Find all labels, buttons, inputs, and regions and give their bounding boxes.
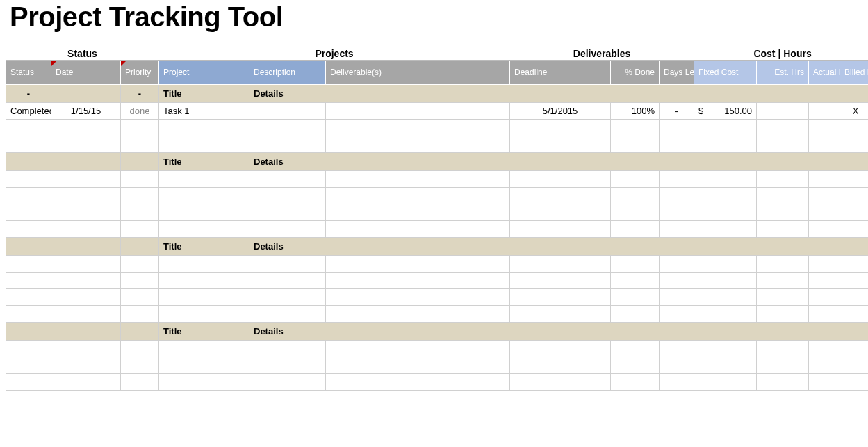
table-row[interactable] xyxy=(6,273,869,289)
table-row[interactable] xyxy=(6,221,869,238)
table-row[interactable] xyxy=(6,374,869,391)
table-row[interactable]: Completed 1/15/15 done Task 1 5/1/2015 1… xyxy=(6,103,869,120)
cell-deadline[interactable]: 5/1/2015 xyxy=(510,103,611,120)
col-pctdone[interactable]: % Done xyxy=(611,61,660,85)
group-projects: Projects xyxy=(159,45,510,61)
table-row[interactable] xyxy=(6,188,869,204)
section-priority: - xyxy=(121,85,159,103)
table-row[interactable] xyxy=(6,204,869,221)
section-description: Details xyxy=(249,153,869,171)
col-actualhrs[interactable]: Actual Hrs xyxy=(809,61,840,85)
currency-symbol: $ xyxy=(698,106,703,116)
cell-deliverables[interactable] xyxy=(326,103,510,120)
cell-status[interactable]: Completed xyxy=(6,103,51,120)
table-row[interactable] xyxy=(6,357,869,374)
group-costhours: Cost | Hours xyxy=(694,45,868,61)
table-row[interactable] xyxy=(6,171,869,188)
cell-billedhrs[interactable]: X xyxy=(840,103,868,120)
cell-description[interactable] xyxy=(249,103,326,120)
section-project: Title xyxy=(159,153,249,171)
cell-priority[interactable]: done xyxy=(121,103,159,120)
cell-actualhrs[interactable] xyxy=(809,103,840,120)
group-deliverables: Deliverables xyxy=(510,45,694,61)
cell-fixedcost[interactable]: $ 150.00 xyxy=(694,103,757,120)
section-project: Title xyxy=(159,85,249,103)
section-description: Details xyxy=(249,323,869,341)
column-header-row: Status Date Priority Project Description… xyxy=(6,61,869,85)
table-row[interactable] xyxy=(6,256,869,273)
section-header: - - Title Details xyxy=(6,85,869,103)
section-project: Title xyxy=(159,238,249,256)
col-deadline[interactable]: Deadline xyxy=(510,61,611,85)
section-header: Title Details xyxy=(6,238,869,256)
col-fixedcost[interactable]: Fixed Cost xyxy=(694,61,757,85)
cell-date[interactable]: 1/15/15 xyxy=(51,103,121,120)
section-date xyxy=(51,85,121,103)
col-status[interactable]: Status xyxy=(6,61,51,85)
section-description: Details xyxy=(249,238,869,256)
col-priority[interactable]: Priority xyxy=(121,61,159,85)
section-header: Title Details xyxy=(6,323,869,341)
section-status: - xyxy=(6,85,51,103)
cell-esthrs[interactable] xyxy=(757,103,809,120)
col-description[interactable]: Description xyxy=(249,61,326,85)
col-project[interactable]: Project xyxy=(159,61,249,85)
spreadsheet-page: Project Tracking Tool Status Projects De… xyxy=(0,1,868,405)
cell-pctdone[interactable]: 100% xyxy=(611,103,660,120)
table-row[interactable] xyxy=(6,341,869,357)
page-title: Project Tracking Tool xyxy=(10,1,862,33)
col-daysleft[interactable]: Days Left xyxy=(660,61,694,85)
tracking-table: Status Projects Deliverables Cost | Hour… xyxy=(6,45,868,391)
col-billedhrs[interactable]: Billed Hrs xyxy=(840,61,868,85)
table-row[interactable] xyxy=(6,136,869,153)
table-row[interactable] xyxy=(6,306,869,323)
section-description: Details xyxy=(249,85,869,103)
section-header: Title Details xyxy=(6,153,869,171)
col-esthrs[interactable]: Est. Hrs xyxy=(757,61,809,85)
group-status: Status xyxy=(6,45,159,61)
cell-daysleft[interactable]: - xyxy=(660,103,694,120)
fixedcost-value: 150.00 xyxy=(724,106,752,116)
table-row[interactable] xyxy=(6,289,869,306)
cell-project[interactable]: Task 1 xyxy=(159,103,249,120)
section-project: Title xyxy=(159,323,249,341)
col-date[interactable]: Date xyxy=(51,61,121,85)
group-header-row: Status Projects Deliverables Cost | Hour… xyxy=(6,45,869,61)
col-deliverables[interactable]: Deliverable(s) xyxy=(326,61,510,85)
table-row[interactable] xyxy=(6,120,869,136)
